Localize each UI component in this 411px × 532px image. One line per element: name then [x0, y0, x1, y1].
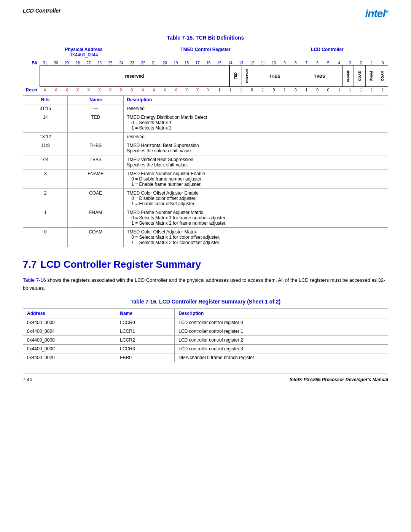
table-row: 11:8 THBS TMED Horizontal Beat Suppressi…: [23, 141, 388, 155]
table-row: 0x4400_0004 LCCR1 LCD controller control…: [23, 327, 388, 335]
bit-nums-container: 31 30 29 28 27 26 25 24 23 22 21 20 19 1…: [40, 61, 388, 65]
field-fname: FNAME: [342, 66, 354, 86]
table-row: 3 FNAME TMED Frame Number Adjuster Enabl…: [23, 169, 388, 189]
section-number: 7.7: [23, 259, 37, 270]
section-77-body: Table 7-16 shows the registers associate…: [23, 276, 388, 292]
page-header: LCD Controller intel®: [23, 8, 388, 23]
footer-title: Intel® PXA255 Processor Developer's Manu…: [290, 377, 388, 382]
section-title: LCD Controller Register Summary: [40, 259, 201, 270]
field-reserved: reserved: [40, 66, 229, 86]
lcd-ctrl-label: LCD Controller: [266, 47, 388, 52]
table16-summary: Address Name Description 0x4400_0000 LCC…: [23, 308, 388, 362]
lcd-ctrl-col: LCD Controller: [266, 47, 388, 52]
table16-link[interactable]: Table 7-16: [23, 277, 46, 283]
table-row: 13:12 — reserved: [23, 133, 388, 141]
bit-definitions-table: Bits Name Description 31:15 — reserved 1…: [23, 95, 388, 247]
table-row: 1 FNAM TMED Frame Number Adjuster Matrix…: [23, 208, 388, 228]
table16-title: Table 7-16. LCD Controller Register Summ…: [23, 299, 388, 305]
tmed-ctrl-label: TMED Control Register: [145, 47, 266, 52]
bit-label: Bit: [23, 61, 40, 65]
table-row: 0x4400_000C LCCR3 LCD controller control…: [23, 344, 388, 353]
table-row: 0x4400_0020 FBR0 DMA channel 0 frame bra…: [23, 353, 388, 362]
header-title: LCD Controller: [23, 8, 61, 14]
table-row: 31:15 — reserved: [23, 104, 388, 113]
table-row: 2 COAE TMED Color Offset Adjuster Enable…: [23, 189, 388, 208]
table-row: 14 TED TMED Energy Distribution Matrix S…: [23, 113, 388, 133]
table-row: 0x4400_0008 LCCR2 LCD controller control…: [23, 335, 388, 344]
reset-label: Reset: [23, 88, 40, 92]
reset-vals-container: X X X X X X X X X X X X X X X X 1 1 1 0 …: [40, 88, 388, 92]
field-coam: COAM: [377, 66, 388, 86]
field-tvbs: TVBS: [297, 66, 342, 86]
field-thbs: THBS: [252, 66, 297, 86]
register-header-info: Physical Address 0X4400_0044 TMED Contro…: [23, 47, 388, 58]
phys-addr-value: 0X4400_0044: [23, 52, 145, 58]
col-header-bits: Bits: [23, 96, 68, 104]
page-footer: 7-44 Intel® PXA255 Processor Developer's…: [23, 374, 388, 382]
intel-logo: intel®: [365, 8, 388, 20]
field-coae: COAE: [354, 66, 365, 86]
page-number: 7-44: [23, 377, 32, 382]
table-row: 7:4 TVBS TMED Vertical Beat Suppression …: [23, 155, 388, 169]
field-reserved2: reserved: [241, 66, 252, 86]
field-ted: TED: [229, 66, 241, 86]
tmed-ctrl-col: TMED Control Register: [145, 47, 266, 52]
section-77-heading: 7.7LCD Controller Register Summary: [23, 259, 388, 270]
table-row: 0 COAM TMED Color Offset Adjuster Matrix…: [23, 228, 388, 247]
col-header-name: Name: [68, 96, 124, 104]
register-fields-row: reserved TED reserved THBS TVBS FNAME CO…: [23, 65, 388, 87]
phys-addr-col: Physical Address 0X4400_0044: [23, 47, 145, 58]
field-fnam: FNAM: [365, 66, 377, 86]
bit-31: 31: [40, 61, 51, 65]
phys-addr-label: Physical Address: [23, 47, 145, 52]
col-header-desc: Description: [124, 96, 388, 104]
col-header-desc: Description: [175, 308, 388, 318]
col-header-address: Address: [23, 308, 116, 318]
reset-row: Reset X X X X X X X X X X X X X X X X 1 …: [23, 88, 388, 92]
table15-title: Table 7-15. TCR Bit Definitions: [23, 35, 388, 41]
table-row: 0x4400_0000 LCCR0 LCD controller control…: [23, 318, 388, 327]
bit-numbers-row: Bit 31 30 29 28 27 26 25 24 23 22 21 20 …: [23, 61, 388, 65]
col-header-name: Name: [116, 308, 175, 318]
register-cells: reserved TED reserved THBS TVBS FNAME CO…: [40, 65, 388, 87]
